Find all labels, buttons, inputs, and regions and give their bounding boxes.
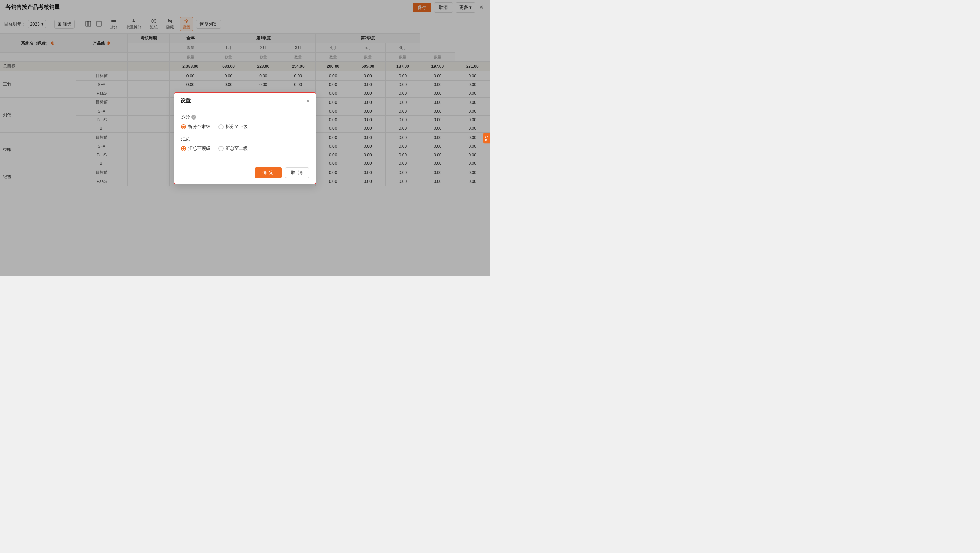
modal-header: 设置 × (174, 93, 316, 108)
agg-to-top-option[interactable]: 汇总至顶级 (181, 145, 210, 151)
confirm-button[interactable]: 确 定 (255, 167, 282, 178)
modal-cancel-button[interactable]: 取 消 (285, 167, 309, 178)
agg-to-up-radio[interactable] (218, 146, 224, 151)
agg-to-up-option[interactable]: 汇总至上级 (218, 145, 248, 151)
settings-modal: 设置 × 拆分 ? 拆分至末级 (173, 92, 317, 184)
split-to-sub-option[interactable]: 拆分至下级 (218, 124, 248, 130)
aggregate-section-label: 汇总 (181, 136, 309, 142)
split-to-sub-radio[interactable] (218, 124, 224, 129)
split-to-end-option[interactable]: 拆分至末级 (181, 124, 210, 130)
modal-footer: 确 定 取 消 (174, 164, 316, 183)
split-radio-group: 拆分至末级 拆分至下级 (181, 124, 309, 130)
modal-body: 拆分 ? 拆分至末级 拆分至下级 (174, 108, 316, 164)
modal-title: 设置 (180, 98, 191, 104)
agg-to-top-radio[interactable] (181, 146, 186, 151)
app-window: 各销售按产品考核销量 保存 取消 更多 ▾ × 目标财年： 2023 ▾ ⊞ 筛… (0, 0, 490, 276)
modal-overlay[interactable]: 设置 × 拆分 ? 拆分至末级 (0, 0, 490, 276)
split-to-end-radio[interactable] (181, 124, 186, 129)
aggregate-section: 汇总 汇总至顶级 汇总至上级 (181, 136, 309, 151)
split-section-label: 拆分 ? (181, 114, 309, 120)
split-section: 拆分 ? 拆分至末级 拆分至下级 (181, 114, 309, 130)
feedback-tab[interactable]: CE (483, 133, 490, 143)
modal-close-button[interactable]: × (306, 98, 310, 104)
aggregate-radio-group: 汇总至顶级 汇总至上级 (181, 145, 309, 151)
split-help-icon[interactable]: ? (191, 115, 196, 120)
